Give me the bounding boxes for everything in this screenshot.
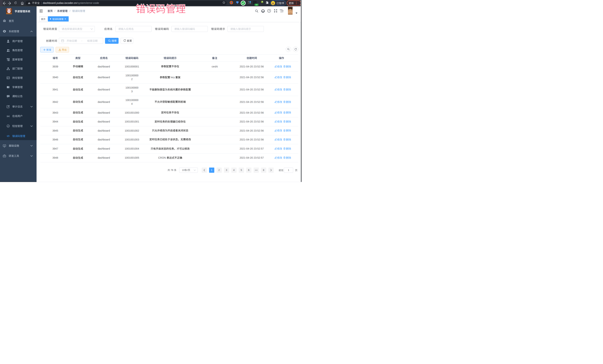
svg-text:on: on [255,4,257,6]
svg-text:?: ? [268,10,270,12]
